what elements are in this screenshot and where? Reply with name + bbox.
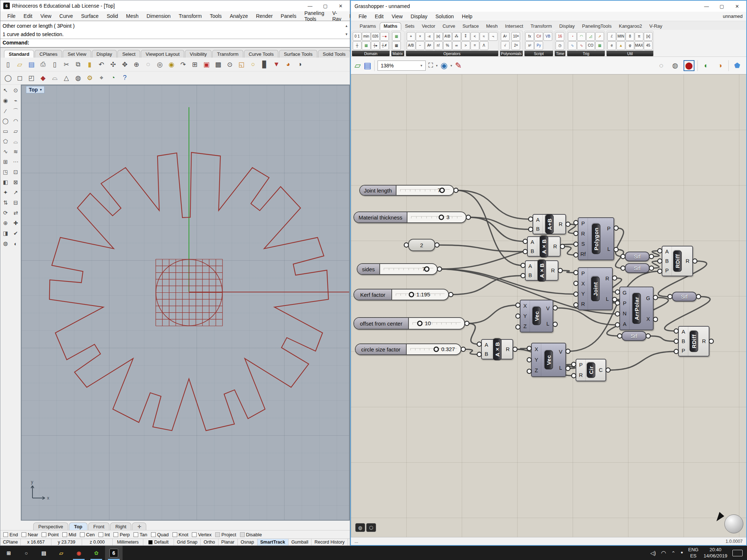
sine-icon[interactable]: ∿ <box>568 41 577 50</box>
top-viewport[interactable]: xy Top▾ <box>21 85 350 521</box>
sidebar-tool-icon[interactable]: ↗ <box>11 188 20 197</box>
status-cell-1[interactable]: x 16.657 <box>21 539 51 545</box>
input-port-y[interactable]: Y <box>523 313 527 319</box>
output-port-g[interactable]: G <box>646 295 650 301</box>
component-vec[interactable]: XYZVecVL <box>531 343 566 377</box>
input-port-p[interactable]: P <box>581 221 585 226</box>
surface-param[interactable]: Srf <box>625 263 650 273</box>
gh-tab-params[interactable]: Params <box>356 23 380 30</box>
extremes-icon[interactable]: 8 <box>626 32 634 41</box>
rhino-menu-file[interactable]: File <box>3 13 20 19</box>
gate-not-icon[interactable]: ¬ <box>489 32 498 41</box>
vray-sphere-icon[interactable]: ◑ <box>294 59 305 70</box>
gear-pencil-icon[interactable]: ⚙ <box>84 73 95 83</box>
output-port-l[interactable]: L <box>546 321 549 327</box>
viewport-title-top[interactable]: Top▾ <box>26 86 44 93</box>
component-polygon[interactable]: PRSRfPolygonPL <box>578 217 614 260</box>
component-a-b[interactable]: ABA×BR <box>481 339 513 359</box>
output-port-r[interactable]: R <box>686 258 689 264</box>
sidebar-tool-icon[interactable]: ▭ <box>1 127 10 136</box>
gh-titlebar[interactable]: Grasshopper - unnamed — ▢ ✕ <box>351 1 746 12</box>
zoom-level-select[interactable]: 138%▾ <box>378 61 426 71</box>
rhino-toolbar-tab-solid-tools[interactable]: Solid Tools <box>318 50 351 58</box>
input-port-a[interactable]: A <box>485 342 488 348</box>
osnap-point[interactable]: Point <box>42 532 59 537</box>
pan-icon[interactable]: ✣ <box>108 59 119 70</box>
output-port-l[interactable]: L <box>559 365 562 371</box>
rhino-menu-edit[interactable]: Edit <box>20 13 36 19</box>
minimize-icon[interactable]: — <box>302 1 318 11</box>
status-toggle-planar[interactable]: Planar <box>218 539 238 545</box>
sidebar-tool-icon[interactable]: ↖ <box>1 86 10 95</box>
osnap-quad[interactable]: Quad <box>151 532 169 537</box>
status-toggle-record-history[interactable]: Record History <box>311 539 348 545</box>
input-port-n[interactable]: N <box>623 311 626 316</box>
language-indicator[interactable]: ENGES <box>688 547 698 559</box>
sidebar-tool-icon[interactable]: ◉ <box>1 96 10 105</box>
input-port-y[interactable]: Y <box>535 357 538 363</box>
input-port-p[interactable]: P <box>623 300 627 306</box>
canvas-widget-solver-icon[interactable]: ◍ <box>355 523 365 532</box>
slider-knob[interactable] <box>409 292 414 298</box>
gh-menu-solution[interactable]: Solution <box>431 13 458 19</box>
checkbox-icon[interactable] <box>192 532 197 537</box>
minimum-icon[interactable]: MIN <box>616 32 625 41</box>
gh-menu-display[interactable]: Display <box>407 13 431 19</box>
sidebar-tool-icon[interactable]: ⊟ <box>11 198 20 207</box>
division-icon[interactable]: A/B <box>407 41 415 50</box>
input-port-a[interactable]: A <box>665 249 669 254</box>
canvas-widget-display-icon[interactable]: ⬡ <box>366 523 376 532</box>
osnap-int[interactable]: Int <box>98 532 110 537</box>
python-icon[interactable]: Py <box>534 41 543 50</box>
output-port-c[interactable]: C <box>599 367 603 373</box>
number-slider-material-thickness[interactable]: Material thickness3 <box>353 211 467 223</box>
status-toggle-gumball[interactable]: Gumball <box>289 539 312 545</box>
scroll-down-icon[interactable]: ▼ <box>345 30 348 39</box>
mass-multiplication-icon[interactable]: ⁑ <box>461 32 470 41</box>
sketch-pencil-icon[interactable]: ✎ <box>455 61 462 70</box>
csharp-icon[interactable]: C# <box>534 32 543 41</box>
expression-icon[interactable]: fx <box>525 32 534 41</box>
slider-knob[interactable] <box>438 215 444 220</box>
sidebar-tool-icon[interactable]: ✔ <box>11 229 20 238</box>
gh-tab-vector[interactable]: Vector <box>418 23 439 30</box>
status-toggle-filter[interactable]: Filter <box>348 539 350 545</box>
sidebar-tool-icon[interactable]: ∿ <box>1 147 10 156</box>
output-port-r[interactable]: R <box>702 338 706 344</box>
input-port-b[interactable]: B <box>682 338 685 344</box>
similarity-icon[interactable]: ≈ <box>480 32 488 41</box>
scroll-up-icon[interactable]: ▲ <box>345 22 348 30</box>
checkbox-icon[interactable] <box>215 532 220 537</box>
multiplication-icon[interactable]: × <box>416 32 425 41</box>
degrees-icon[interactable]: ◔ <box>568 32 577 41</box>
osnap-project[interactable]: Project <box>215 532 236 537</box>
zoom-in-icon[interactable]: ⊕ <box>131 59 142 70</box>
power-icon[interactable]: Aᴮ <box>425 41 434 50</box>
rhino-toolbar-tab-cplanes[interactable]: CPlanes <box>35 50 62 58</box>
sidebar-tool-icon[interactable]: ∕ <box>1 106 10 116</box>
sidebar-tool-icon[interactable]: ▱ <box>11 127 20 136</box>
checkbox-icon[interactable] <box>240 532 245 537</box>
component-vec[interactable]: XYZVecVL <box>520 300 553 332</box>
sidebar-tool-icon[interactable]: ⊙ <box>11 86 20 95</box>
zoom-extents-icon[interactable]: ⛶ <box>429 62 433 69</box>
checkbox-icon[interactable] <box>98 532 103 537</box>
rhino-command-prompt[interactable]: Command: <box>0 39 350 48</box>
undo-icon[interactable]: ↶ <box>96 59 107 70</box>
larger-icon[interactable]: > <box>461 41 470 50</box>
relay-icon[interactable]: ∞ <box>452 41 461 50</box>
surface-icon[interactable]: ◰ <box>26 73 37 83</box>
input-port-p[interactable]: P <box>682 348 685 354</box>
osnap-knot[interactable]: Knot <box>173 532 189 537</box>
output-port-r[interactable]: R <box>551 268 555 273</box>
rhino-menu-transform[interactable]: Transform <box>175 13 206 19</box>
input-port-b[interactable]: B <box>536 226 540 232</box>
start-button[interactable]: ⊞ <box>0 546 18 560</box>
sidebar-tool-icon[interactable]: ⊠ <box>11 178 20 187</box>
zoom-selected-icon[interactable]: ◉ <box>166 59 177 70</box>
status-cell-0[interactable]: CPlane <box>0 539 21 545</box>
sidebar-tool-icon[interactable]: ◧ <box>1 178 10 187</box>
secant-icon[interactable]: CO <box>586 41 595 50</box>
search-button[interactable]: ○ <box>18 546 35 560</box>
modulus-icon[interactable]: % <box>443 41 452 50</box>
